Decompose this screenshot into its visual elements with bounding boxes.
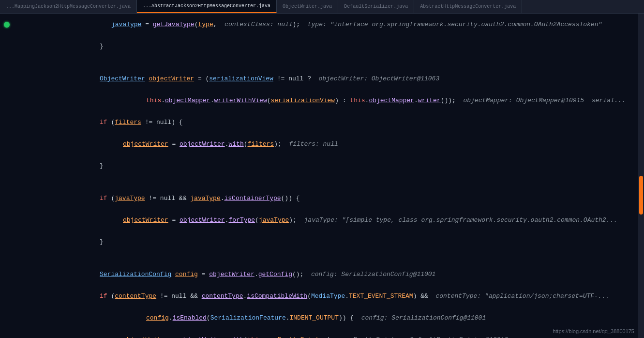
editor-container: ...MappingJackson2HttpMessageConverter.j… <box>0 0 644 338</box>
tab-1[interactable]: ...MappingJackson2HttpMessageConverter.j… <box>0 0 137 13</box>
code-line-11: objectWriter = objectWriter.forType(java… <box>0 209 644 231</box>
code-line-15: if (contentType != null && contentType.i… <box>0 285 644 307</box>
line-content-17: objectWriter = objectWriter.with(this.ss… <box>14 329 640 338</box>
code-line-12: } <box>0 231 644 253</box>
line-content-16: config.isEnabled(SerializationFeature.IN… <box>14 307 640 329</box>
tab-bar: ...MappingJackson2HttpMessageConverter.j… <box>0 0 644 14</box>
code-line-2: } <box>0 35 644 57</box>
code-line-3 <box>0 57 644 68</box>
line-content-13 <box>14 255 640 262</box>
line-content-4: ObjectWriter objectWriter = (serializati… <box>14 68 640 90</box>
line-content-8: } <box>14 155 640 177</box>
code-line-10: if (javaType != null && javaType.isConta… <box>0 187 644 209</box>
line-content-10: if (javaType != null && javaType.isConta… <box>14 187 640 209</box>
tab-5[interactable]: AbstractHttpMessageConverter.java <box>414 0 522 13</box>
code-line-16: config.isEnabled(SerializationFeature.IN… <box>0 307 644 329</box>
code-lines: javaType = getJavaType(type, contextClas… <box>0 14 644 338</box>
code-line-9 <box>0 177 644 187</box>
line-content-3 <box>14 59 640 66</box>
line-content-15: if (contentType != null && contentType.i… <box>14 285 640 307</box>
line-content-9 <box>14 179 640 186</box>
code-line-4: ObjectWriter objectWriter = (serializati… <box>0 68 644 90</box>
tab-3[interactable]: ObjectWriter.java <box>277 0 338 13</box>
code-line-6: if (filters != null) { <box>0 111 644 133</box>
line-content-6: if (filters != null) { <box>14 111 640 133</box>
code-line-13 <box>0 253 644 263</box>
code-line-14: SerializationConfig config = objectWrite… <box>0 263 644 285</box>
line-content-7: objectWriter = objectWriter.with(filters… <box>14 133 640 155</box>
line-content-5: this.objectMapper.writerWithView(seriali… <box>14 90 640 111</box>
code-line-1: javaType = getJavaType(type, contextClas… <box>0 14 644 35</box>
tab-2[interactable]: ...AbstractJackson2HttpMessageConverter.… <box>137 0 277 13</box>
code-area: javaType = getJavaType(type, contextClas… <box>0 14 644 338</box>
code-line-8: } <box>0 155 644 177</box>
line-content-1: javaType = getJavaType(type, contextClas… <box>14 14 640 35</box>
line-content-12: } <box>14 231 640 253</box>
code-line-7: objectWriter = objectWriter.with(filters… <box>0 133 644 155</box>
line-content-11: objectWriter = objectWriter.forType(java… <box>14 209 640 231</box>
code-line-17: objectWriter = objectWriter.with(this.ss… <box>0 329 644 338</box>
breakpoint-icon-1 <box>4 22 10 28</box>
gutter-1 <box>0 22 14 28</box>
code-line-5: this.objectMapper.writerWithView(seriali… <box>0 90 644 111</box>
tab-4[interactable]: DefaultSerializer.java <box>338 0 414 13</box>
line-content-14: SerializationConfig config = objectWrite… <box>14 263 640 285</box>
line-content-2: } <box>14 35 640 57</box>
